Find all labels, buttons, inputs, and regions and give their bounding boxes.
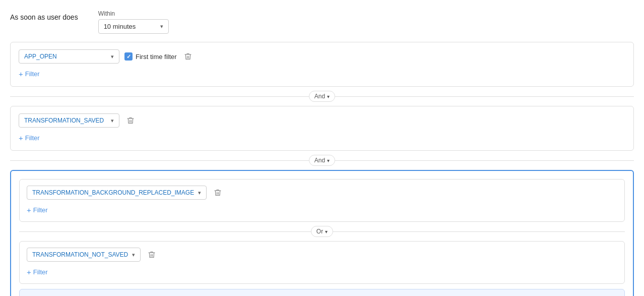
- first-time-filter-label: First time filter: [136, 53, 177, 61]
- group-connector-label: Or: [316, 228, 323, 235]
- group-event-1-select[interactable]: TRANSFORMATION_BACKGROUND_REPLACED_IMAGE…: [27, 186, 207, 200]
- chevron-down-icon: ▾: [111, 53, 114, 60]
- group-event-1-name: TRANSFORMATION_BACKGROUND_REPLACED_IMAGE: [32, 189, 194, 196]
- event-2-filter-button[interactable]: + Filter: [19, 133, 40, 143]
- connector-1-row: And ▾: [10, 91, 634, 102]
- group-event-1-filter-button[interactable]: + Filter: [27, 205, 48, 215]
- trash-icon: [214, 189, 222, 197]
- group-event-2-name: TRANSFORMATION_NOT_SAVED: [32, 251, 128, 258]
- group-event-2-select[interactable]: TRANSFORMATION_NOT_SAVED ▾: [27, 248, 141, 262]
- group-event-2-row: TRANSFORMATION_NOT_SAVED ▾: [27, 248, 617, 262]
- event-1-filter-button[interactable]: + Filter: [19, 69, 40, 79]
- action-bar[interactable]: + Action: [19, 289, 625, 296]
- event-card-1-row: APP_OPEN ▾ First time filter: [19, 49, 625, 64]
- connector-2-label: And: [314, 157, 325, 164]
- connector-2-badge[interactable]: And ▾: [309, 155, 335, 166]
- trash-icon: [184, 52, 192, 61]
- first-time-filter-wrapper: First time filter: [124, 52, 177, 61]
- event-1-select[interactable]: APP_OPEN ▾: [19, 49, 119, 64]
- plus-icon: +: [27, 268, 31, 276]
- event-1-delete-button[interactable]: [182, 50, 194, 63]
- chevron-down-icon: ▾: [198, 190, 201, 196]
- plus-icon: +: [19, 70, 23, 78]
- group-event-2-filter-label: Filter: [33, 268, 48, 276]
- connector-2-row: And ▾: [10, 155, 634, 166]
- first-time-filter-checkbox[interactable]: [124, 52, 133, 61]
- top-section: As soon as user does Within 10 minutes ▾: [10, 10, 634, 34]
- plus-icon: +: [19, 134, 23, 142]
- group-event-1-filter-label: Filter: [33, 206, 48, 214]
- event-card-2: TRANSFORMATION_SAVED ▾ + Filter: [10, 106, 634, 151]
- event-2-delete-button[interactable]: [124, 114, 137, 127]
- event-2-select[interactable]: TRANSFORMATION_SAVED ▾: [19, 113, 119, 128]
- event-1-filter-label: Filter: [25, 70, 40, 78]
- chevron-down-icon: ▾: [325, 229, 328, 234]
- trash-icon: [126, 116, 135, 125]
- connector-1-badge[interactable]: And ▾: [309, 91, 335, 102]
- event-2-name: TRANSFORMATION_SAVED: [24, 117, 104, 124]
- group-connector-row: Or ▾: [19, 226, 625, 237]
- plus-icon: +: [27, 206, 31, 214]
- group-event-1-row: TRANSFORMATION_BACKGROUND_REPLACED_IMAGE…: [27, 186, 617, 200]
- group-connector-badge[interactable]: Or ▾: [311, 226, 333, 237]
- chevron-down-icon: ▾: [327, 158, 330, 163]
- trash-icon: [148, 251, 156, 259]
- chevron-down-icon: ▾: [111, 117, 114, 124]
- within-label: Within: [98, 10, 169, 17]
- group-event-1-delete-button[interactable]: [212, 187, 224, 199]
- connector-1-label: And: [314, 93, 325, 100]
- within-select[interactable]: 10 minutes ▾: [98, 19, 169, 34]
- event-card-1: APP_OPEN ▾ First time filter + Filter: [10, 42, 634, 87]
- group-card: TRANSFORMATION_BACKGROUND_REPLACED_IMAGE…: [10, 170, 634, 296]
- within-section: Within 10 minutes ▾: [98, 10, 169, 34]
- group-event-2-delete-button[interactable]: [146, 249, 158, 261]
- chevron-down-icon: ▾: [160, 23, 163, 30]
- within-value: 10 minutes: [104, 23, 136, 30]
- group-event-card-1: TRANSFORMATION_BACKGROUND_REPLACED_IMAGE…: [19, 179, 625, 222]
- event-card-2-row: TRANSFORMATION_SAVED ▾: [19, 113, 625, 128]
- trigger-label: As soon as user does: [10, 10, 78, 21]
- group-event-card-2: TRANSFORMATION_NOT_SAVED ▾ + Filter: [19, 241, 625, 284]
- event-1-name: APP_OPEN: [24, 53, 57, 60]
- event-2-filter-label: Filter: [25, 134, 40, 142]
- chevron-down-icon: ▾: [327, 94, 330, 99]
- chevron-down-icon: ▾: [132, 252, 135, 258]
- group-event-2-filter-button[interactable]: + Filter: [27, 267, 48, 277]
